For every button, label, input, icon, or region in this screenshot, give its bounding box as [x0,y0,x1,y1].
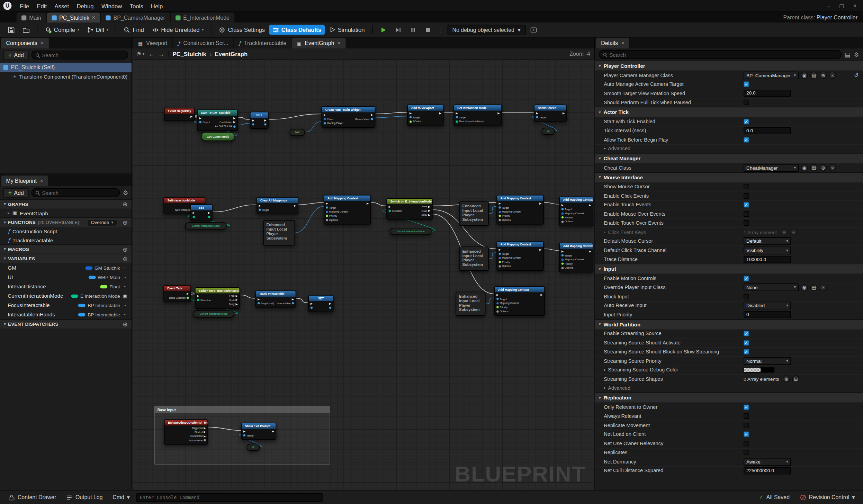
value-field[interactable]: 0.0 [744,127,791,134]
graph-node-ui[interactable]: UI [246,444,260,451]
exec-pin-icon[interactable] [236,295,238,297]
checkbox[interactable] [744,220,749,226]
checkbox[interactable]: ✓ [744,202,749,208]
data-pin-icon[interactable] [292,302,294,304]
value-field[interactable]: 20.0 [744,90,791,97]
asset-tab-e-interactionmode[interactable]: E_InteractionMode [171,13,234,23]
graph-node-show-exit-prompt[interactable]: Show Exit PromptTarget [241,423,276,440]
data-pin-icon[interactable] [326,215,328,217]
data-pin-icon[interactable] [561,263,564,265]
graph-node-set[interactable]: SET [190,204,213,221]
exec-pin-icon[interactable] [292,298,294,300]
exec-pin-icon[interactable] [199,117,201,119]
exec-pin-icon[interactable] [243,430,245,432]
function-item-construction-script[interactable]: ƒConstruction Script [0,227,132,235]
graph-tab-trackinteractable[interactable]: ƒTrackInteractable [234,38,291,48]
checkbox[interactable]: ✓ [744,432,749,437]
data-pin-icon[interactable] [499,257,501,259]
details-category-mouse-interface[interactable]: ▾Mouse Interface [595,172,863,182]
graph-node-cast-to-gm-stulchik[interactable]: Cast To GM_StulchikObjectCast FailedAs G… [197,109,238,130]
exec-pin-icon[interactable] [236,303,238,305]
section-event-dispatchers[interactable]: ▾EVENT DISPATCHERS⊕ [0,319,132,328]
close-icon[interactable] [621,40,624,46]
exec-pin-icon[interactable] [496,294,498,296]
function-item-trackinteractable[interactable]: ƒTrackInteractable [0,236,132,244]
checkbox[interactable]: ✓ [744,137,749,143]
hide-unrelated-button[interactable]: Hide Unrelated▾ [149,25,207,35]
section-functions[interactable]: ▾FUNCTIONS(20 OVERRIDABLE)Override▾⊕ [0,217,132,227]
data-pin-icon[interactable] [326,219,328,221]
data-pin-icon[interactable] [456,116,458,118]
value-field[interactable]: 0 [744,311,791,318]
exec-pin-icon[interactable] [204,427,206,429]
exec-pin-icon[interactable] [428,206,430,208]
asset-tab-pc-stulchik[interactable]: PC_Stulchik [47,13,100,23]
checkbox[interactable] [744,441,749,446]
data-pin-icon[interactable] [259,209,261,211]
minimize-icon[interactable]: – [827,3,830,9]
exec-pin-icon[interactable] [193,212,195,214]
simulation-button[interactable]: Simulation [326,25,368,35]
details-category-world-partition[interactable]: ▾World Partition [595,319,863,329]
browse-icon[interactable]: ▤ [810,284,817,291]
graph-tab-viewport[interactable]: ▦Viewport [133,38,172,48]
details-category-actor-tick[interactable]: ▾Actor Tick [595,107,863,117]
exec-pin-icon[interactable] [329,303,331,305]
graph-node-enhanced-input-local-player-subsystem[interactable]: Enhanced Input Local Player Subsystem [459,246,489,271]
pick-asset-icon[interactable]: ⊕ [820,72,827,79]
override-dropdown[interactable]: Override▾ [87,219,117,226]
exec-pin-icon[interactable] [561,250,564,252]
data-pin-icon[interactable] [536,116,538,118]
exec-pin-icon[interactable] [499,202,501,205]
graph-node-event-tick[interactable]: Event TickDelta Seconds [163,285,191,302]
data-pin-icon[interactable] [193,216,195,218]
value-field[interactable]: 100000.0 [744,256,791,263]
details-category-input[interactable]: ▾Input [595,264,863,274]
closed-eye-icon[interactable]: ~ [122,274,128,280]
exec-pin-icon[interactable] [371,114,373,116]
checkbox[interactable]: ✓ [744,82,749,87]
data-pin-icon[interactable] [499,215,501,217]
tab-components[interactable]: Components [1,38,49,48]
exec-pin-icon[interactable] [539,202,541,205]
exec-pin-icon[interactable] [233,121,235,123]
use-selected-icon[interactable]: ◉ [801,284,808,291]
browse-icon[interactable]: ▤ [810,72,817,79]
checkbox[interactable] [744,294,749,299]
bookmarks-icon[interactable]: ⚑▾ [136,51,144,56]
data-pin-icon[interactable] [561,267,564,269]
add-icon[interactable]: ⊕ [123,201,128,208]
data-pin-icon[interactable] [561,208,564,210]
browse-icon[interactable]: ▤ [810,164,817,171]
details-category-cheat-manager[interactable]: ▾Cheat Manager [595,153,863,163]
section-macros[interactable]: ▾MACROS⊕ [0,244,132,254]
expand-icon[interactable]: ▸ [604,368,606,372]
graph-node-current-interaction-mode[interactable]: Current Interaction Mode [390,228,432,235]
graph-node-self[interactable]: Self [289,129,305,136]
play-button[interactable] [376,25,390,35]
exec-pin-icon[interactable] [456,112,458,114]
graph-node-add-mapping-context[interactable]: Add Mapping ContextTargetMapping Context… [324,195,371,224]
data-pin-icon[interactable] [204,439,206,441]
exec-pin-icon[interactable] [272,430,274,432]
graph-node-enhanced-input-local-player-subsystem[interactable]: Enhanced Input Local Player Subsystem [456,292,486,316]
exec-pin-icon[interactable] [324,114,326,116]
data-pin-icon[interactable] [258,302,260,304]
exec-pin-icon[interactable] [389,206,391,208]
data-pin-icon[interactable] [197,299,199,301]
details-category-player-controller[interactable]: ▾Player Controller [595,61,863,71]
exec-pin-icon[interactable] [294,205,296,207]
save-button[interactable] [5,25,18,35]
data-pin-icon[interactable] [499,253,501,255]
data-pin-icon[interactable] [496,306,498,308]
close-icon[interactable] [338,40,341,46]
class-defaults-button[interactable]: Class Defaults [269,25,325,35]
menu-file[interactable]: File [16,1,33,10]
tab-details[interactable]: Details [596,38,629,48]
add-icon[interactable]: ⊕ [123,219,128,226]
exec-pin-icon[interactable] [428,214,430,216]
checkbox[interactable] [744,423,749,428]
exec-pin-icon[interactable] [326,202,328,205]
graph-node-add-mapping-context[interactable]: Add Mapping ContextTargetMapping Context… [559,197,593,226]
stop-button[interactable] [421,25,435,35]
